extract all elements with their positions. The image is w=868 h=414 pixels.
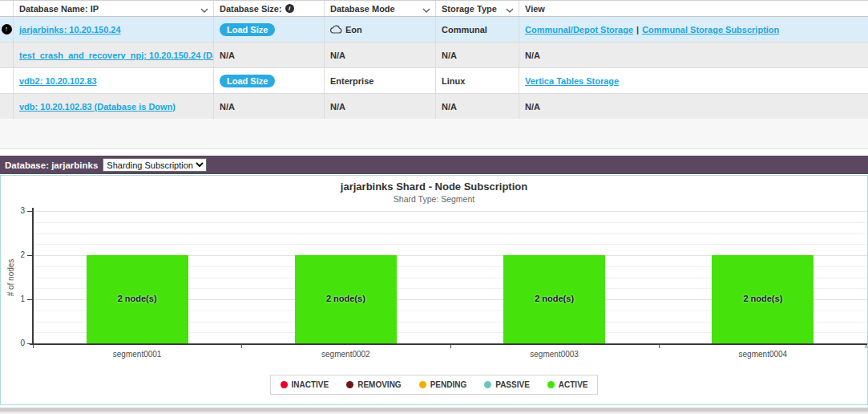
minor-gridline bbox=[33, 222, 867, 223]
chart-title: jarjarbinks Shard - Node Subscription bbox=[1, 181, 867, 193]
minor-gridline bbox=[33, 233, 867, 234]
sort-chevron-icon[interactable] bbox=[200, 2, 208, 16]
sort-chevron-icon[interactable] bbox=[422, 2, 430, 16]
bar-value-label: 2 node(s) bbox=[295, 294, 397, 303]
view-value: N/A bbox=[525, 51, 540, 60]
y-tick-label: 2 bbox=[1, 250, 25, 259]
y-tick-label: 1 bbox=[1, 294, 25, 303]
view-link[interactable]: Vertica Tables Storage bbox=[525, 76, 619, 86]
database-size-value: N/A bbox=[220, 102, 235, 112]
storage-type-value: N/A bbox=[442, 51, 457, 60]
column-header-label: Storage Type bbox=[442, 4, 497, 14]
y-axis-tick bbox=[27, 211, 32, 212]
database-name-cell: vdb: 10.20.102.83 (Database is Down) bbox=[14, 94, 214, 119]
view-link[interactable]: Communal Storage Subscription bbox=[642, 25, 779, 34]
y-axis-tick bbox=[27, 255, 32, 256]
row-toggle-icon[interactable]: ↑ bbox=[2, 24, 12, 34]
database-mode-cell: N/A bbox=[325, 43, 436, 67]
chart-subtitle: Shard Type: Segment bbox=[1, 194, 867, 204]
storage-type-cell: N/A bbox=[436, 43, 519, 67]
legend-item-active[interactable]: ACTIVE bbox=[547, 380, 588, 389]
legend-item-label: PENDING bbox=[430, 380, 467, 389]
database-name-cell: test_crash_and_recovery_npj: 10.20.150.2… bbox=[14, 43, 214, 67]
eon-mode-icon bbox=[330, 25, 342, 34]
database-mode-value: Eon bbox=[345, 25, 362, 34]
table-row[interactable]: test_crash_and_recovery_npj: 10.20.150.2… bbox=[0, 43, 868, 68]
column-header-database-name-ip[interactable]: Database Name: IP bbox=[14, 1, 214, 16]
legend-item-passive[interactable]: PASSIVE bbox=[484, 380, 530, 389]
legend-item-label: PASSIVE bbox=[495, 380, 530, 389]
sort-chevron-icon[interactable] bbox=[506, 2, 514, 16]
storage-type-cell: N/A bbox=[436, 94, 519, 119]
databases-table: Database Name: IPDatabase Size:iDatabase… bbox=[0, 0, 868, 120]
table-row[interactable]: vdb2: 10.20.102.83Load SizeEnterpriseLin… bbox=[0, 68, 868, 94]
database-name-cell: vdb2: 10.20.102.83 bbox=[14, 68, 214, 93]
view-type-select[interactable]: Sharding Subscription bbox=[103, 158, 207, 172]
view-link-separator: | bbox=[636, 25, 639, 34]
bar-value-label: 2 node(s) bbox=[503, 294, 605, 303]
x-tick-label: segment0004 bbox=[659, 350, 867, 359]
database-subheader-label: Database: jarjarbinks bbox=[5, 160, 98, 170]
load-size-button[interactable]: Load Size bbox=[220, 75, 275, 87]
storage-type-value: N/A bbox=[442, 102, 457, 112]
column-header-label: Database Name: IP bbox=[19, 4, 99, 14]
legend-marker-icon bbox=[281, 381, 288, 388]
database-mode-cell: Eon bbox=[325, 17, 436, 42]
legend-marker-icon bbox=[419, 381, 426, 388]
database-size-cell: N/A bbox=[214, 94, 325, 119]
column-header-view: View bbox=[519, 1, 868, 16]
database-link[interactable]: test_crash_and_recovery_npj: 10.20.150.2… bbox=[19, 51, 214, 60]
legend-item-removing[interactable]: REMOVING bbox=[346, 380, 401, 389]
storage-type-value: Linux bbox=[442, 76, 465, 86]
column-header-database-size: Database Size:i bbox=[214, 1, 325, 16]
row-icon-cell bbox=[0, 94, 14, 119]
storage-type-cell: Linux bbox=[436, 68, 519, 93]
table-row[interactable]: ↑jarjarbinks: 10.20.150.24Load SizeEonCo… bbox=[0, 17, 868, 43]
info-icon[interactable]: i bbox=[285, 4, 294, 13]
x-tick-label: segment0001 bbox=[33, 350, 241, 359]
legend-item-label: ACTIVE bbox=[559, 380, 588, 389]
row-icon-cell bbox=[0, 68, 14, 93]
y-axis-title: # of nodes bbox=[6, 258, 15, 296]
shard-subscription-chart: jarjarbinks Shard - Node Subscription Sh… bbox=[0, 175, 868, 405]
table-empty-area bbox=[0, 119, 868, 149]
legend-item-label: REMOVING bbox=[357, 380, 401, 389]
database-link[interactable]: vdb: 10.20.102.83 (Database is Down) bbox=[19, 102, 176, 112]
x-axis-line bbox=[30, 343, 867, 345]
minor-gridline bbox=[33, 244, 867, 245]
database-mode-value: N/A bbox=[330, 102, 345, 112]
legend-item-label: INACTIVE bbox=[292, 380, 329, 389]
row-icon-cell: ↑ bbox=[0, 17, 14, 42]
column-header-label: Database Mode bbox=[330, 4, 395, 14]
view-cell: N/A bbox=[519, 94, 868, 119]
y-axis-line bbox=[32, 208, 34, 345]
legend-item-pending[interactable]: PENDING bbox=[419, 380, 467, 389]
column-header-database-mode[interactable]: Database Mode bbox=[325, 1, 436, 16]
table-body: ↑jarjarbinks: 10.20.150.24Load SizeEonCo… bbox=[0, 17, 868, 120]
y-tick-label: 3 bbox=[1, 206, 25, 215]
bar-value-label: 2 node(s) bbox=[87, 294, 188, 303]
storage-type-value: Communal bbox=[442, 25, 487, 34]
database-link[interactable]: jarjarbinks: 10.20.150.24 bbox=[19, 25, 121, 34]
database-mode-value: N/A bbox=[330, 51, 345, 60]
bar-value-label: 2 node(s) bbox=[712, 294, 813, 303]
table-row[interactable]: vdb: 10.20.102.83 (Database is Down)N/AN… bbox=[0, 94, 868, 120]
column-header-storage-type[interactable]: Storage Type bbox=[436, 1, 519, 16]
view-cell: Communal/Depot Storage|Communal Storage … bbox=[519, 17, 868, 42]
database-link[interactable]: vdb2: 10.20.102.83 bbox=[19, 76, 97, 86]
database-size-cell: Load Size bbox=[214, 17, 325, 42]
chart-legend: INACTIVEREMOVINGPENDINGPASSIVEACTIVE bbox=[270, 375, 599, 395]
view-link[interactable]: Communal/Depot Storage bbox=[525, 25, 633, 34]
database-subheader-bar: Database: jarjarbinks Sharding Subscript… bbox=[0, 156, 868, 174]
column-header-label: Database Size: bbox=[220, 4, 282, 14]
major-gridline bbox=[33, 211, 867, 212]
column-header-icon bbox=[0, 1, 14, 16]
y-axis-tick bbox=[27, 299, 32, 300]
database-mode-value: Enterprise bbox=[330, 76, 373, 86]
x-tick-label: segment0002 bbox=[241, 350, 450, 359]
column-header-label: View bbox=[525, 4, 545, 14]
legend-item-inactive[interactable]: INACTIVE bbox=[281, 380, 329, 389]
y-tick-label: 0 bbox=[1, 339, 25, 347]
database-size-cell: N/A bbox=[214, 43, 325, 67]
load-size-button[interactable]: Load Size bbox=[220, 23, 275, 36]
